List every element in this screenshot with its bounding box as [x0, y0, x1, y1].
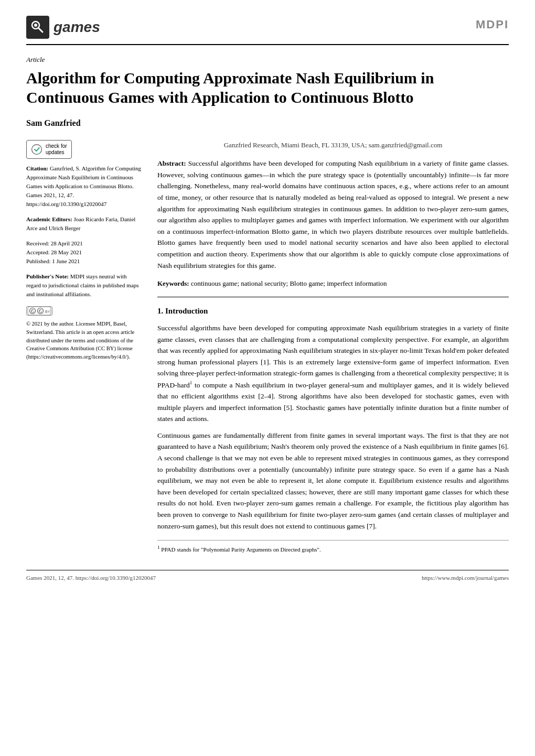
- svg-point-6: [38, 308, 44, 314]
- check-updates-icon: [31, 144, 42, 155]
- check-updates-badge[interactable]: check for updates: [26, 140, 72, 159]
- svg-text:BY: BY: [45, 310, 50, 314]
- journal-name-text: games: [54, 16, 100, 38]
- cc-icon: BY: [26, 306, 52, 316]
- intro-section-title: 1. Introduction: [157, 305, 509, 317]
- cc-badge: BY: [26, 306, 142, 316]
- svg-line-2: [38, 28, 42, 32]
- svg-point-3: [32, 144, 42, 154]
- section-divider: [157, 297, 509, 297]
- check-updates-line1: check for: [46, 143, 67, 149]
- citation-label: Citation:: [26, 165, 48, 171]
- affiliation-line: Ganzfried Research, Miami Beach, FL 3313…: [157, 140, 509, 151]
- received-date: Received: 28 April 2021: [26, 239, 142, 248]
- journal-icon: [26, 16, 49, 39]
- editors-block: Academic Editors: Joao Ricardo Faria, Da…: [26, 215, 142, 233]
- intro-paragraph-1: Successful algorithms have been develope…: [157, 322, 509, 425]
- intro-paragraph-2: Continuous games are fundamentally diffe…: [157, 430, 509, 532]
- abstract-text: Successful algorithms have been develope…: [157, 159, 509, 269]
- abstract-block: Abstract: Successful algorithms have bee…: [157, 158, 509, 271]
- keywords-label: Keywords:: [157, 279, 189, 287]
- accepted-date: Accepted: 28 May 2021: [26, 248, 142, 257]
- check-updates-line2: updates: [46, 149, 67, 156]
- page-footer: Games 2021, 12, 47. https://doi.org/10.3…: [26, 570, 509, 582]
- mdpi-logo: MDPI: [476, 16, 509, 33]
- article-type: Article: [26, 55, 509, 65]
- article-title: Algorithm for Computing Approximate Nash…: [26, 68, 509, 107]
- journal-logo: games: [26, 16, 100, 39]
- two-column-layout: check for updates Citation: Ganzfried, S…: [26, 140, 509, 555]
- publishers-note: Publisher's Note: MDPI stays neutral wit…: [26, 272, 142, 299]
- svg-point-5: [30, 308, 36, 314]
- left-column: check for updates Citation: Ganzfried, S…: [26, 140, 142, 555]
- footnote-number: 1: [157, 545, 160, 550]
- published-date: Published: 1 June 2021: [26, 257, 142, 266]
- editors-label: Academic Editors:: [26, 216, 72, 222]
- author-name: Sam Ganzfried: [26, 117, 509, 129]
- check-updates-text: check for updates: [46, 143, 67, 156]
- keywords-block: Keywords: continuous game; national secu…: [157, 278, 509, 289]
- abstract-label: Abstract:: [157, 159, 186, 167]
- svg-point-1: [34, 24, 37, 27]
- page-header: games MDPI: [26, 16, 509, 45]
- dates-block: Received: 28 April 2021 Accepted: 28 May…: [26, 239, 142, 266]
- keywords-text: continuous game; national security; Blot…: [191, 279, 387, 287]
- publishers-note-label: Publisher's Note:: [26, 273, 69, 279]
- footer-right: https://www.mdpi.com/journal/games: [422, 574, 509, 582]
- citation-block: Citation: Ganzfried, S. Algorithm for Co…: [26, 164, 142, 209]
- footnote: 1 PPAD stands for "Polynomial Parity Arg…: [157, 540, 509, 554]
- right-column: Ganzfried Research, Miami Beach, FL 3313…: [157, 140, 509, 555]
- copyright-block: © 2021 by the author. Licensee MDPI, Bas…: [26, 320, 142, 361]
- footnote-text: PPAD stands for "Polynomial Parity Argum…: [161, 546, 320, 553]
- footer-left: Games 2021, 12, 47. https://doi.org/10.3…: [26, 574, 156, 582]
- copyright-text: © 2021 by the author. Licensee MDPI, Bas…: [26, 321, 134, 360]
- mdpi-text: MDPI: [476, 16, 509, 33]
